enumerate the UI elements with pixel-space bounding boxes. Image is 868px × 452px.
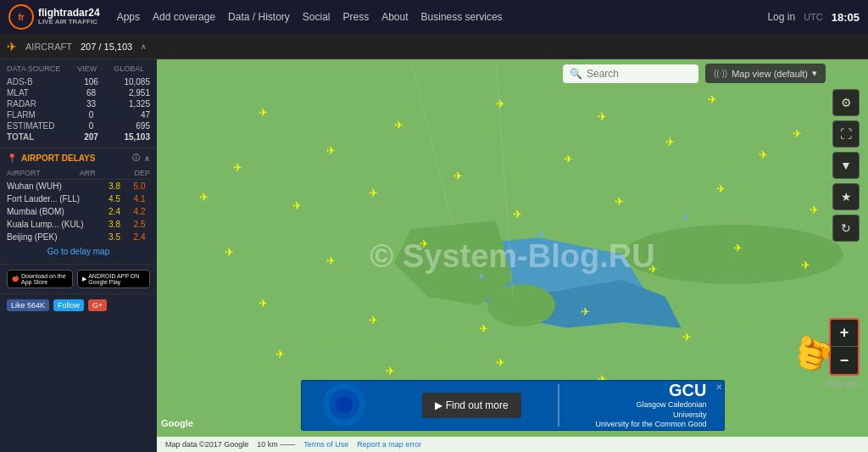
expand-icon[interactable]: ∧	[141, 42, 147, 51]
logo-icon: fr	[8, 4, 34, 30]
nav-business[interactable]: Business services	[421, 11, 503, 23]
utc-label: UTC	[804, 12, 823, 22]
plane-icon: ✈	[233, 161, 242, 174]
nav-press[interactable]: Press	[342, 11, 369, 23]
filter-button[interactable]: ▼	[832, 152, 860, 179]
map-copyright: Map data ©2017 Google	[165, 440, 248, 449]
utc-time: 18:05	[832, 11, 860, 24]
map-top-bar: 🔍 ((·)) Map view (default) ▾	[157, 59, 868, 87]
delay-row-2[interactable]: Mumbai (BOM) 2.4 4.2	[7, 205, 150, 218]
delay-row-4[interactable]: Beijing (PEK) 3.5 2.4	[7, 231, 150, 243]
logo-tagline: LIVE AIR TRAFFIC	[38, 19, 100, 26]
aircraft-icon: ✈	[7, 40, 17, 53]
favorites-button[interactable]: ★	[832, 183, 860, 210]
ad-play-button[interactable]: ▶ Find out more	[422, 393, 520, 418]
plane-icon: ✈	[581, 305, 590, 318]
aircraft-count: 207 / 15,103	[81, 42, 132, 52]
settings-icon: ⚙	[841, 96, 852, 109]
plane-icon: ✈	[275, 348, 285, 360]
map-attribution: Map data ©2017 Google 10 km —— Terms of …	[157, 437, 868, 452]
search-input[interactable]	[587, 68, 692, 80]
nav-social[interactable]: Social	[303, 11, 331, 23]
delay-row-1[interactable]: Fort Lauder... (FLL) 4.5 4.1	[7, 193, 150, 205]
plane-icon: ✈	[292, 199, 302, 212]
facebook-button[interactable]: Like 564K	[7, 299, 49, 311]
delay-link[interactable]: Go to delay map	[7, 243, 150, 259]
report-link[interactable]: Report a map error	[357, 440, 421, 449]
app-store-badge[interactable]: 🍎 Download on the App Store	[7, 270, 73, 288]
google-play-badge[interactable]: ▶ ANDROID APP ON Google Play	[77, 270, 150, 288]
plane-icon: ✈	[513, 208, 522, 220]
aircraft-label: AIRCRAFT	[25, 42, 72, 52]
delay-col-airport: AIRPORT	[7, 169, 41, 177]
nav-apps[interactable]: Apps	[117, 11, 140, 23]
fullscreen-button[interactable]: ⛶	[832, 120, 860, 148]
plane-icon: ✈	[665, 136, 675, 148]
zoom-in-button[interactable]: +	[831, 320, 858, 347]
plane-icon: ✈	[793, 127, 802, 140]
plane-icon: ✈	[648, 263, 658, 276]
plane-blue: ●	[479, 271, 484, 281]
plane-icon: ✈	[259, 106, 268, 119]
terms-link[interactable]: Terms of Use	[303, 440, 348, 449]
googleplus-button[interactable]: G+	[88, 299, 107, 311]
plane-icon: ✈	[420, 237, 429, 250]
svg-point-16	[336, 396, 353, 413]
twitter-button[interactable]: Follow	[53, 299, 84, 311]
app-badges: 🍎 Download on the App Store ▶ ANDROID AP…	[0, 265, 157, 294]
android-icon: ▶	[82, 276, 86, 282]
map-view-button[interactable]: ((·)) Map view (default) ▾	[705, 64, 826, 83]
map-view-label: Map view (default)	[732, 69, 808, 79]
ds-view: 106	[79, 77, 104, 86]
plane-icon: ✈	[453, 170, 463, 182]
map-right-controls: ⚙ ⛶ ▼ ★ ↻	[832, 89, 860, 242]
nav-right: Log in UTC 18:05	[767, 11, 860, 24]
delay-table-header: AIRPORT ARR DEP	[7, 167, 150, 180]
ds-header-view: VIEW	[77, 64, 97, 73]
plane-icon: ✈	[564, 153, 573, 165]
nav-data[interactable]: Data / History	[228, 11, 290, 23]
search-box[interactable]: 🔍	[563, 64, 698, 83]
hide-ads-button[interactable]: Hide ads	[826, 379, 860, 388]
star-icon: ★	[841, 190, 852, 204]
login-button[interactable]: Log in	[767, 11, 795, 23]
plane-icon: ✈	[759, 148, 768, 161]
plane-icon: ✈	[386, 365, 395, 377]
fullscreen-icon: ⛶	[840, 127, 852, 141]
data-sources-section: DATA SOURCE VIEW GLOBAL ADS-B 106 10,085…	[0, 59, 157, 148]
search-icon: 🔍	[570, 68, 582, 80]
ds-row-estimated: ESTIMATED 0 695	[7, 120, 150, 131]
collapse-icon[interactable]: ∧	[144, 154, 150, 163]
plane-icon: ✈	[615, 195, 624, 208]
logo[interactable]: fr flightradar24 LIVE AIR TRAFFIC	[8, 4, 100, 30]
refresh-button[interactable]: ↻	[832, 215, 860, 242]
plane-icon: ✈	[479, 322, 488, 335]
delay-row-0[interactable]: Wuhan (WUH) 3.8 5.0	[7, 180, 150, 193]
top-navigation: fr flightradar24 LIVE AIR TRAFFIC Apps A…	[0, 0, 868, 34]
plane-icon: ✈	[708, 93, 717, 106]
plane-icon: ✈	[394, 119, 403, 131]
settings-button[interactable]: ⚙	[832, 89, 860, 116]
nav-coverage[interactable]: Add coverage	[153, 11, 215, 23]
google-play-label: ANDROID APP ON Google Play	[88, 273, 145, 285]
delay-col-dep: DEP	[134, 169, 150, 177]
plane-icon: ✈	[199, 191, 209, 204]
plane-icon: ✈	[801, 259, 810, 271]
plane-icon: ✈	[716, 182, 726, 195]
ad-close-button[interactable]: ✕	[715, 382, 722, 392]
plane-icon: ✈	[810, 204, 819, 216]
plane-icon: ✈	[496, 98, 505, 110]
airport-delays-title: AIRPORT DELAYS	[21, 153, 95, 163]
ds-header-source: DATA SOURCE	[7, 64, 60, 73]
nav-about[interactable]: About	[381, 11, 408, 23]
delay-row-3[interactable]: Kuala Lump... (KUL) 3.8 2.5	[7, 218, 150, 231]
scale-indicator: 10 km ——	[257, 440, 295, 449]
ad-banner: ▶ Find out more GCU Glasgow CaledonianUn…	[301, 380, 725, 431]
map-area[interactable]: © System-Blog.RU ✈ ✈ ✈ ✈ ✈ ✈ ✈ ✈ ✈ ✈ ✈ ✈…	[157, 59, 868, 452]
ds-row-flarm: FLARM 0 47	[7, 109, 150, 120]
delay-col-arr: ARR	[80, 169, 96, 177]
plane-icon: ✈	[682, 331, 692, 343]
apple-icon: 🍎	[12, 276, 19, 282]
airport-delays-section: 📍 AIRPORT DELAYS ⓘ ∧ AIRPORT ARR DEP Wuh…	[0, 148, 157, 265]
plane-icon: ✈	[496, 356, 505, 369]
